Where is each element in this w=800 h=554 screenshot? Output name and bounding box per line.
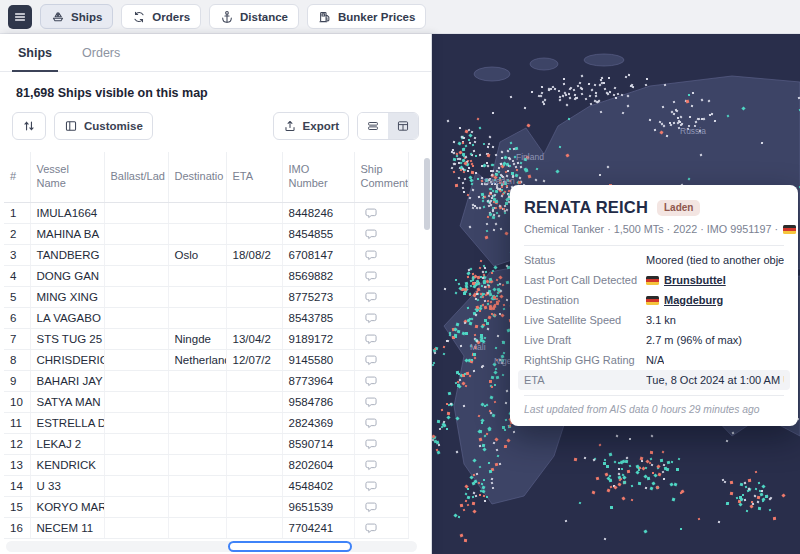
imo-number-cell: 9651539 [282,496,354,517]
sort-button[interactable] [12,112,46,140]
comment-bubble-icon[interactable] [364,437,378,451]
ship-dot [588,82,590,84]
column-header-eta: ETA [226,152,282,202]
ship-dot [518,176,521,179]
nav-bunker-prices-button[interactable]: Bunker Prices [307,4,426,29]
comment-bubble-icon[interactable] [364,374,378,388]
map[interactable]: RussiaFinlandSwedenBelarusUkraineMaliNig… [432,34,800,554]
ship-dot [482,443,486,447]
row-number-cell: 3 [4,244,30,265]
popup-field-value-text: Tue, 8 Oct 2024 at 1:00 AM UT [646,374,784,386]
horizontal-scrollbar[interactable] [6,541,417,552]
ballast-laden-cell [104,307,168,328]
comment-bubble-icon[interactable] [364,479,378,493]
popup-field-label: Destination [524,294,646,306]
ship-dot [509,164,512,167]
table-row[interactable]: 7 STS TUG 25 Ningde 13/04/2 9189172 [4,328,408,349]
popup-field-value: Magdeburg [646,294,723,306]
customise-button[interactable]: Customise [54,112,153,140]
table-row[interactable]: 12 LEKAJ 2 8590714 [4,433,408,454]
comment-bubble-icon[interactable] [364,290,378,304]
menu-button[interactable] [8,5,32,29]
ship-dot [463,190,465,192]
eta-cell [226,433,282,454]
comment-bubble-icon[interactable] [364,458,378,472]
ship-dot [446,428,448,430]
ship-dot [464,373,466,375]
ship-dot [773,517,776,520]
customise-label: Customise [84,120,143,132]
comment-bubble-icon[interactable] [364,500,378,514]
comment-bubble-icon[interactable] [364,311,378,325]
table-row[interactable]: 14 U 33 4548402 [4,475,408,496]
comment-bubble-icon[interactable] [364,332,378,346]
table-row[interactable]: 6 LA VAGABO 8543785 [4,307,408,328]
rows-view-button[interactable] [358,113,388,139]
table-row[interactable]: 9 BAHARI JAY 8773964 [4,370,408,391]
table-row[interactable]: 5 MING XING 8775273 [4,286,408,307]
ship-dot [517,180,521,184]
ballast-laden-cell [104,202,168,223]
ship-dot [650,450,653,453]
comment-bubble-icon[interactable] [364,248,378,262]
ship-dot [479,304,482,307]
ship-dot [477,178,479,180]
ship-dot [464,144,467,147]
ships-panel: Ships Orders 81,698 Ships visible on thi… [0,34,432,554]
vertical-scrollbar[interactable] [424,154,430,538]
ship-comments-cell [354,412,408,433]
ship-comments-cell [354,349,408,370]
comment-bubble-icon[interactable] [364,227,378,241]
nav-orders-button[interactable]: Orders [121,4,201,29]
ship-dot [581,88,583,90]
germany-flag-icon [646,276,659,285]
imo-number-cell: 2824369 [282,412,354,433]
ship-dot [757,506,760,509]
row-number-cell: 13 [4,454,30,475]
ship-dot [670,110,673,113]
comment-bubble-icon[interactable] [364,353,378,367]
ship-subtitle: Chemical Tanker · 1,500 MTs · 2022 · IMO… [524,223,784,235]
table-row[interactable]: 10 SATYA MAN 9584786 [4,391,408,412]
imo-number-cell: 6708147 [282,244,354,265]
ship-dot [468,167,470,169]
ship-dot [477,309,479,311]
ship-dot [487,462,489,464]
top-navigation-bar: Ships Orders Distance Bunker Prices [0,0,800,34]
comment-bubble-icon[interactable] [364,269,378,283]
nav-orders-label: Orders [152,11,190,23]
export-icon [283,119,297,133]
table-row[interactable]: 3 TANDBERG Oslo 18/08/2 6708147 [4,244,408,265]
table-row[interactable]: 1 IMULA1664 8448246 [4,202,408,223]
comment-bubble-icon[interactable] [364,206,378,220]
vessel-name-cell: TANDBERG [30,244,104,265]
ship-dot [502,341,505,344]
table-row[interactable]: 15 KORYO MAR 9651539 [4,496,408,517]
ship-dot [613,93,616,96]
comment-bubble-icon[interactable] [364,395,378,409]
nav-distance-button[interactable]: Distance [209,4,299,29]
table-row[interactable]: 16 NECEM 11 7704241 [4,517,408,538]
tab-ships[interactable]: Ships [18,34,52,71]
ship-dot [625,460,628,463]
ship-dot [472,352,475,355]
vessel-name-cell: MING XING [30,286,104,307]
comment-bubble-icon[interactable] [364,521,378,535]
comment-bubble-icon[interactable] [364,416,378,430]
table-row[interactable]: 2 MAHINA BA 8454855 [4,223,408,244]
table-row[interactable]: 8 CHRISDERIC Netherland 12/07/2 9145580 [4,349,408,370]
horizontal-scrollbar-thumb[interactable] [228,541,352,552]
table-row[interactable]: 4 DONG GAN 8569882 [4,265,408,286]
ship-dot [454,336,456,338]
nav-ships-button[interactable]: Ships [40,4,113,29]
table-row[interactable]: 13 KENDRICK 8202604 [4,454,408,475]
imo-number-cell: 4548402 [282,475,354,496]
table-view-button[interactable] [388,113,418,139]
vertical-scrollbar-thumb[interactable] [424,158,430,230]
table-row[interactable]: 11 ESTRELLA D 2824369 [4,412,408,433]
tab-orders[interactable]: Orders [82,34,120,71]
export-button[interactable]: Export [273,112,349,140]
ship-dot [492,304,496,308]
ballast-laden-cell [104,454,168,475]
eta-cell [226,496,282,517]
